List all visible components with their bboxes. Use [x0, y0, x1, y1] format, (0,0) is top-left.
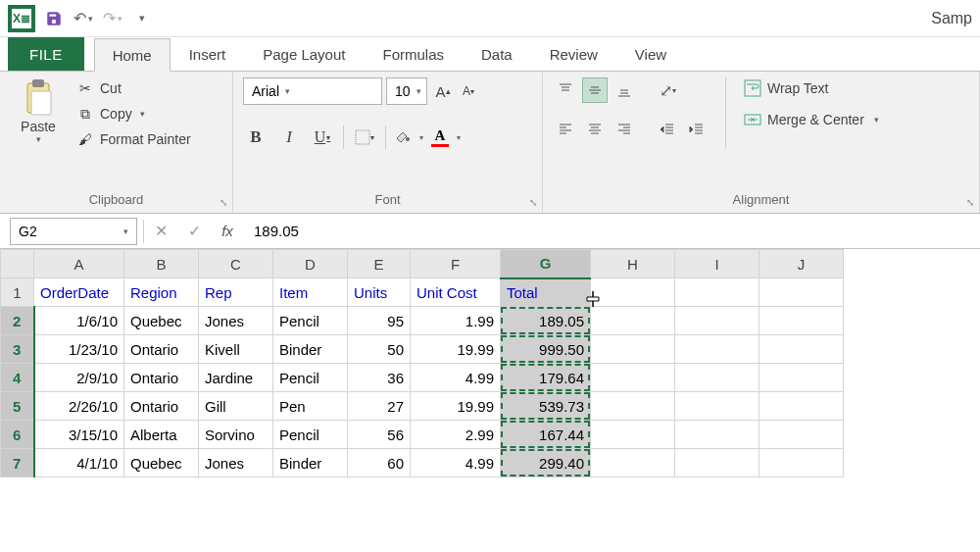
cell-G3[interactable]: 999.50 — [501, 335, 591, 364]
cell-F5[interactable]: 19.99 — [411, 392, 501, 421]
tab-home[interactable]: Home — [94, 38, 171, 72]
cell-I6[interactable] — [675, 421, 760, 449]
cell-J6[interactable] — [760, 421, 844, 449]
qat-customize[interactable]: ▾ — [127, 4, 157, 33]
cell-B3[interactable]: Ontario — [124, 335, 199, 364]
cell-F3[interactable]: 19.99 — [411, 335, 501, 364]
tab-review[interactable]: Review — [531, 37, 616, 71]
cell-G1[interactable]: Total — [501, 278, 591, 307]
cell-H2[interactable] — [591, 307, 675, 335]
font-size-combo[interactable]: 10▾ — [386, 77, 427, 105]
cell-B2[interactable]: Quebec — [124, 307, 199, 335]
underline-button[interactable]: U▾ — [310, 125, 335, 150]
cell-I5[interactable] — [675, 392, 760, 421]
cell-A1[interactable]: OrderDate — [34, 278, 124, 307]
increase-indent-button[interactable] — [684, 117, 710, 142]
cell-D1[interactable]: Item — [273, 278, 348, 307]
cell-F4[interactable]: 4.99 — [411, 364, 501, 392]
cell-G2[interactable]: 189.05 — [501, 307, 591, 335]
row-header-6[interactable]: 6 — [1, 421, 34, 449]
cell-D2[interactable]: Pencil — [273, 307, 348, 335]
cell-I7[interactable] — [675, 449, 760, 477]
select-all-corner[interactable] — [1, 250, 34, 278]
alignment-launcher[interactable]: ⤡ — [963, 195, 977, 209]
cell-F6[interactable]: 2.99 — [411, 421, 501, 449]
align-right-button[interactable] — [612, 117, 637, 142]
cell-G6[interactable]: 167.44 — [501, 421, 591, 449]
cell-H6[interactable] — [591, 421, 675, 449]
row-header-7[interactable]: 7 — [1, 449, 34, 477]
cell-B1[interactable]: Region — [124, 278, 199, 307]
col-header-G[interactable]: G — [501, 250, 591, 278]
cell-B5[interactable]: Ontario — [124, 392, 199, 421]
cell-I2[interactable] — [675, 307, 760, 335]
cell-A2[interactable]: 1/6/10 — [34, 307, 124, 335]
paste-button[interactable]: Paste ▾ — [10, 77, 67, 144]
cell-I3[interactable] — [675, 335, 760, 364]
align-left-button[interactable] — [553, 117, 578, 142]
cell-G7[interactable]: 299.40 — [501, 449, 591, 477]
col-header-C[interactable]: C — [199, 250, 273, 278]
align-center-button[interactable] — [582, 117, 608, 142]
cell-E1[interactable]: Units — [348, 278, 411, 307]
tab-insert[interactable]: Insert — [171, 37, 245, 71]
formula-input[interactable] — [244, 218, 980, 245]
cell-I4[interactable] — [675, 364, 760, 392]
cell-C3[interactable]: Kivell — [199, 335, 273, 364]
cell-F2[interactable]: 1.99 — [411, 307, 501, 335]
spreadsheet-grid[interactable]: ABCDEFGHIJ1OrderDateRegionRepItemUnitsUn… — [0, 249, 980, 477]
cell-D6[interactable]: Pencil — [273, 421, 348, 449]
cell-C5[interactable]: Gill — [199, 392, 273, 421]
cell-J4[interactable] — [760, 364, 844, 392]
align-bottom-button[interactable] — [612, 77, 637, 103]
col-header-J[interactable]: J — [760, 250, 844, 278]
redo-button[interactable]: ↷▾ — [98, 4, 127, 33]
cell-E5[interactable]: 27 — [348, 392, 411, 421]
cell-J7[interactable] — [760, 449, 844, 477]
col-header-F[interactable]: F — [411, 250, 501, 278]
cell-F7[interactable]: 4.99 — [411, 449, 501, 477]
cell-B6[interactable]: Alberta — [124, 421, 199, 449]
col-header-I[interactable]: I — [675, 250, 760, 278]
cut-button[interactable]: ✂ Cut — [73, 77, 195, 99]
bold-button[interactable]: B — [243, 125, 269, 150]
cell-A7[interactable]: 4/1/10 — [34, 449, 124, 477]
cell-H4[interactable] — [591, 364, 675, 392]
align-top-button[interactable] — [553, 77, 578, 103]
row-header-1[interactable]: 1 — [1, 278, 34, 307]
cell-C2[interactable]: Jones — [199, 307, 273, 335]
cell-A3[interactable]: 1/23/10 — [34, 335, 124, 364]
cell-A6[interactable]: 3/15/10 — [34, 421, 124, 449]
cell-C6[interactable]: Sorvino — [199, 421, 273, 449]
row-header-3[interactable]: 3 — [1, 335, 34, 364]
clipboard-launcher[interactable]: ⤡ — [217, 195, 230, 209]
tab-view[interactable]: View — [616, 37, 685, 71]
insert-function-button[interactable]: fx — [211, 218, 244, 245]
undo-button[interactable]: ↶▾ — [69, 4, 98, 33]
cell-H3[interactable] — [591, 335, 675, 364]
col-header-H[interactable]: H — [591, 250, 675, 278]
decrease-indent-button[interactable] — [655, 117, 680, 142]
row-header-2[interactable]: 2 — [1, 307, 34, 335]
italic-button[interactable]: I — [276, 125, 302, 150]
tab-data[interactable]: Data — [463, 37, 531, 71]
cell-D3[interactable]: Binder — [273, 335, 348, 364]
formula-cancel-button[interactable]: ✕ — [144, 218, 177, 245]
cell-J1[interactable] — [760, 278, 844, 307]
col-header-A[interactable]: A — [34, 250, 124, 278]
cell-A5[interactable]: 2/26/10 — [34, 392, 124, 421]
tab-page-layout[interactable]: Page Layout — [244, 37, 364, 71]
decrease-font-button[interactable]: A▾ — [457, 78, 480, 104]
merge-center-button[interactable]: Merge & Center ▾ — [742, 109, 881, 130]
cell-H1[interactable] — [591, 278, 675, 307]
col-header-B[interactable]: B — [124, 250, 199, 278]
font-name-combo[interactable]: Arial▾ — [243, 77, 382, 105]
cell-G5[interactable]: 539.73 — [501, 392, 591, 421]
cell-D4[interactable]: Pencil — [273, 364, 348, 392]
align-middle-button[interactable] — [582, 77, 608, 103]
save-button[interactable] — [39, 4, 69, 33]
cell-D5[interactable]: Pen — [273, 392, 348, 421]
cell-E4[interactable]: 36 — [348, 364, 411, 392]
cell-E7[interactable]: 60 — [348, 449, 411, 477]
fill-color-button[interactable] — [394, 128, 412, 146]
